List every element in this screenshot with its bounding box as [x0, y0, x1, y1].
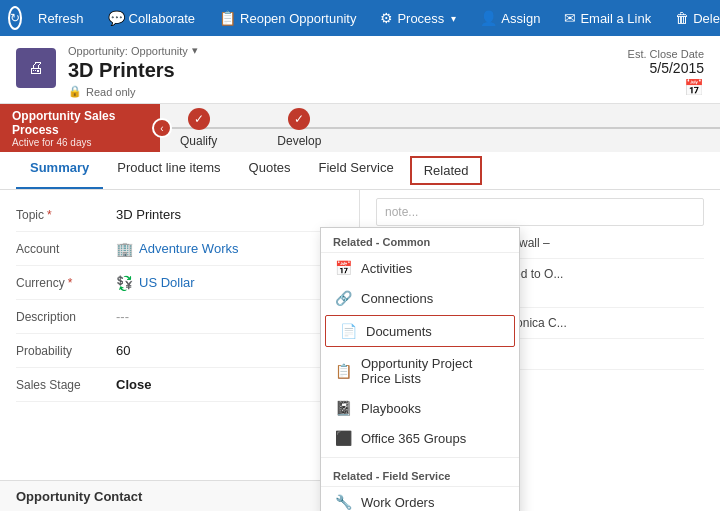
- record-title: 3D Printers: [68, 57, 198, 83]
- dropdown-item-playbooks[interactable]: 📓Playbooks: [321, 393, 519, 423]
- process-step-qualify[interactable]: ✓ Qualify: [180, 108, 217, 148]
- left-panel: Topic * 3D Printers Account 🏢 Adventure …: [0, 190, 360, 511]
- dropdown-item-icon-work-orders: 🔧: [335, 494, 351, 510]
- breadcrumb: Opportunity: Opportunity ▾: [68, 44, 198, 57]
- dropdown-item-office365[interactable]: ⬛Office 365 Groups: [321, 423, 519, 453]
- field-row-probability: Probability 60: [16, 334, 343, 368]
- tab-field-service[interactable]: Field Service: [305, 152, 408, 189]
- refresh-circle-icon[interactable]: ↻: [8, 6, 22, 30]
- topic-required: *: [47, 208, 52, 222]
- header-left: 🖨 Opportunity: Opportunity ▾ 3D Printers…: [16, 44, 198, 98]
- sub-tabs: Summary Product line items Quotes Field …: [0, 152, 720, 190]
- toolbar: ↻ Refresh 💬 Collaborate 📋 Reopen Opportu…: [0, 0, 720, 36]
- process-line: [160, 127, 720, 129]
- main-content: Topic * 3D Printers Account 🏢 Adventure …: [0, 190, 720, 511]
- currency-icon: 💱: [116, 275, 133, 291]
- dropdown-section-divider-0: [321, 457, 519, 458]
- account-label: Account: [16, 242, 116, 256]
- dropdown-item-label-activities: Activities: [361, 261, 412, 276]
- dropdown-item-icon-office365: ⬛: [335, 430, 351, 446]
- field-row-sales-stage: Sales Stage Close: [16, 368, 343, 402]
- breadcrumb-caret: ▾: [192, 44, 198, 57]
- sales-stage-value: Close: [116, 377, 343, 392]
- dropdown-item-icon-documents: 📄: [340, 323, 356, 339]
- reopen-icon: 📋: [219, 10, 236, 26]
- dropdown-item-label-playbooks: Playbooks: [361, 401, 421, 416]
- description-value: ---: [116, 309, 343, 324]
- dropdown-section-header-0: Related - Common: [321, 228, 519, 253]
- dropdown-item-icon-connections: 🔗: [335, 290, 351, 306]
- process-step-develop[interactable]: ✓ Develop: [277, 108, 321, 148]
- collaborate-button[interactable]: 💬 Collaborate: [98, 0, 206, 36]
- probability-label: Probability: [16, 344, 116, 358]
- field-row-description: Description ---: [16, 300, 343, 334]
- dropdown-item-opp-price-lists[interactable]: 📋Opportunity Project Price Lists: [321, 349, 519, 393]
- readonly-indicator: 🔒 Read only: [68, 85, 198, 98]
- process-active-stage: Opportunity Sales Process Active for 46 …: [0, 104, 160, 152]
- dropdown-item-label-connections: Connections: [361, 291, 433, 306]
- delete-icon: 🗑: [675, 10, 689, 26]
- related-dropdown-menu[interactable]: Related - Common📅Activities🔗Connections📄…: [320, 227, 520, 511]
- account-value[interactable]: 🏢 Adventure Works: [116, 241, 343, 257]
- tab-quotes[interactable]: Quotes: [235, 152, 305, 189]
- delete-button[interactable]: 🗑 Delete: [665, 0, 720, 36]
- dropdown-item-label-work-orders: Work Orders: [361, 495, 434, 510]
- process-steps: ✓ Qualify ✓ Develop: [160, 104, 720, 152]
- process-collapse-button[interactable]: ‹: [152, 118, 172, 138]
- dropdown-item-label-opp-price-lists: Opportunity Project Price Lists: [361, 356, 505, 386]
- assign-button[interactable]: 👤 Assign: [470, 0, 550, 36]
- description-label: Description: [16, 310, 116, 324]
- record-icon: 🖨: [16, 48, 56, 88]
- account-icon: 🏢: [116, 241, 133, 257]
- dropdown-item-activities[interactable]: 📅Activities: [321, 253, 519, 283]
- dropdown-item-label-office365: Office 365 Groups: [361, 431, 466, 446]
- develop-circle: ✓: [288, 108, 310, 130]
- tab-product-line-items[interactable]: Product line items: [103, 152, 234, 189]
- field-row-account: Account 🏢 Adventure Works: [16, 232, 343, 266]
- reopen-opportunity-button[interactable]: 📋 Reopen Opportunity: [209, 0, 366, 36]
- topic-value: 3D Printers: [116, 207, 343, 222]
- assign-icon: 👤: [480, 10, 497, 26]
- currency-label: Currency *: [16, 276, 116, 290]
- dropdown-item-label-documents: Documents: [366, 324, 432, 339]
- field-row-topic: Topic * 3D Printers: [16, 198, 343, 232]
- sales-stage-label: Sales Stage: [16, 378, 116, 392]
- refresh-button[interactable]: Refresh: [28, 0, 94, 36]
- dropdown-section-header-1: Related - Field Service: [321, 462, 519, 487]
- dropdown-item-icon-playbooks: 📓: [335, 400, 351, 416]
- probability-value: 60: [116, 343, 343, 358]
- dropdown-item-documents[interactable]: 📄Documents: [325, 315, 515, 347]
- process-dropdown-caret: ▾: [451, 13, 456, 24]
- activity-note-input[interactable]: note...: [376, 198, 704, 226]
- field-row-currency: Currency * 💱 US Dollar: [16, 266, 343, 300]
- tab-related[interactable]: Related: [410, 156, 483, 185]
- dropdown-item-icon-activities: 📅: [335, 260, 351, 276]
- dropdown-item-connections[interactable]: 🔗Connections: [321, 283, 519, 313]
- calendar-icon[interactable]: 📅: [628, 78, 704, 97]
- process-button[interactable]: ⚙ Process ▾: [370, 0, 466, 36]
- dropdown-item-icon-opp-price-lists: 📋: [335, 363, 351, 379]
- lock-icon: 🔒: [68, 85, 82, 98]
- header-text: Opportunity: Opportunity ▾ 3D Printers 🔒…: [68, 44, 198, 98]
- header-right: Est. Close Date 5/5/2015 📅: [628, 44, 704, 97]
- currency-value[interactable]: 💱 US Dollar: [116, 275, 343, 291]
- process-icon: ⚙: [380, 10, 393, 26]
- tab-summary[interactable]: Summary: [16, 152, 103, 189]
- email-icon: ✉: [564, 10, 576, 26]
- process-bar: Opportunity Sales Process Active for 46 …: [0, 104, 720, 152]
- collaborate-icon: 💬: [108, 10, 125, 26]
- currency-required: *: [68, 276, 73, 290]
- email-link-button[interactable]: ✉ Email a Link: [554, 0, 661, 36]
- dropdown-item-work-orders[interactable]: 🔧Work Orders: [321, 487, 519, 511]
- record-header: 🖨 Opportunity: Opportunity ▾ 3D Printers…: [0, 36, 720, 104]
- qualify-circle: ✓: [188, 108, 210, 130]
- est-close-label: Est. Close Date: [628, 48, 704, 60]
- est-close-date: 5/5/2015: [628, 60, 704, 76]
- topic-label: Topic *: [16, 208, 116, 222]
- bottom-opportunity-contact: Opportunity Contact: [0, 480, 360, 511]
